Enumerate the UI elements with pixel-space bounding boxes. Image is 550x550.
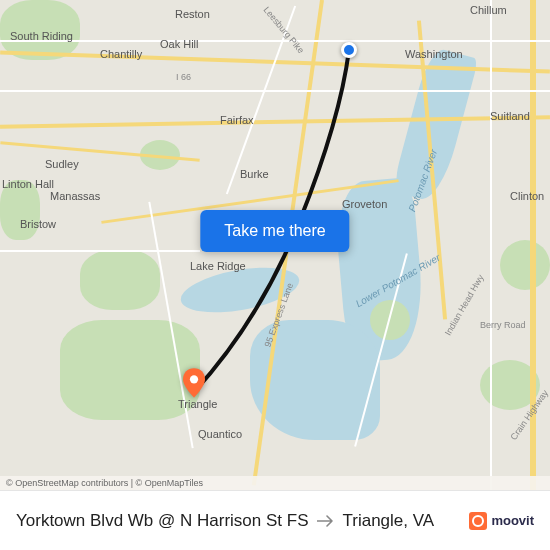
map-label: Berry Road bbox=[480, 320, 526, 330]
road bbox=[0, 90, 550, 92]
road bbox=[0, 250, 200, 252]
moovit-brand-text: moovit bbox=[491, 513, 534, 528]
attribution-osm[interactable]: © OpenStreetMap contributors bbox=[6, 478, 128, 488]
origin-label: Yorktown Blvd Wb @ N Harrison St FS bbox=[16, 511, 309, 531]
attribution-tiles[interactable]: © OpenMapTiles bbox=[136, 478, 203, 488]
take-me-there-button[interactable]: Take me there bbox=[200, 210, 349, 252]
map-label: Reston bbox=[175, 8, 210, 20]
map-viewport[interactable]: RestonSouth RidingChantillyOak HillFairf… bbox=[0, 0, 550, 490]
origin-marker[interactable] bbox=[341, 42, 357, 58]
map-label: Clinton bbox=[510, 190, 544, 202]
map-label: Quantico bbox=[198, 428, 242, 440]
route-footer: Yorktown Blvd Wb @ N Harrison St FS Tria… bbox=[0, 490, 550, 550]
map-label: Sudley bbox=[45, 158, 79, 170]
arrow-right-icon bbox=[317, 514, 335, 528]
map-label: Indian Head Hwy bbox=[443, 273, 486, 337]
park-area bbox=[0, 180, 40, 240]
park-area bbox=[500, 240, 550, 290]
moovit-icon bbox=[469, 512, 487, 530]
route-description: Yorktown Blvd Wb @ N Harrison St FS Tria… bbox=[16, 511, 434, 531]
pin-icon bbox=[183, 368, 205, 398]
moovit-logo[interactable]: moovit bbox=[469, 512, 534, 530]
destination-label: Triangle, VA bbox=[343, 511, 435, 531]
map-label: I 66 bbox=[176, 72, 191, 82]
svg-point-0 bbox=[190, 375, 198, 383]
road bbox=[226, 6, 296, 195]
map-label: Burke bbox=[240, 168, 269, 180]
destination-marker[interactable] bbox=[183, 368, 205, 398]
map-label: Manassas bbox=[50, 190, 100, 202]
park-area bbox=[80, 250, 160, 310]
map-label: Chillum bbox=[470, 4, 507, 16]
highway bbox=[0, 115, 550, 129]
road bbox=[490, 0, 492, 490]
highway bbox=[530, 0, 536, 490]
map-label: Leesburg Pike bbox=[261, 5, 306, 56]
road bbox=[0, 40, 550, 42]
map-attribution: © OpenStreetMap contributors | © OpenMap… bbox=[0, 476, 550, 490]
attribution-separator: | bbox=[131, 478, 133, 488]
